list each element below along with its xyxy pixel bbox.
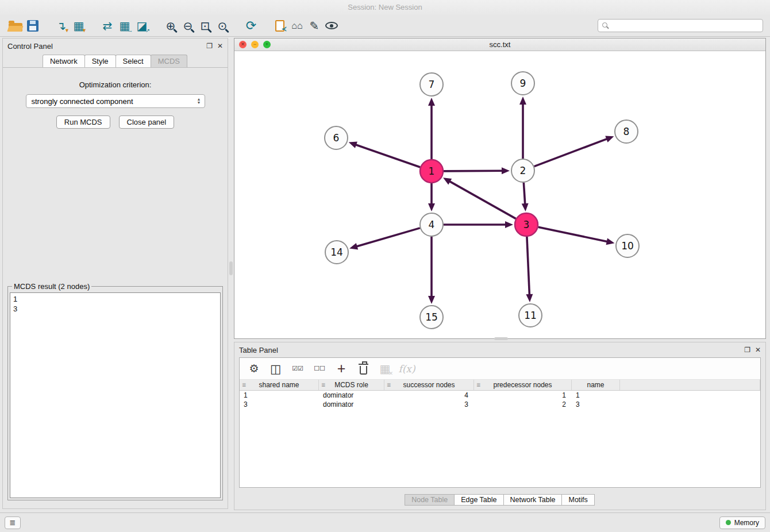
- column-header-name[interactable]: name: [572, 380, 620, 390]
- tab-network[interactable]: Network: [43, 55, 85, 67]
- tab-motifs[interactable]: Motifs: [561, 494, 594, 506]
- hide-panels-button[interactable]: ≣: [5, 516, 21, 529]
- cell-MCDS-role[interactable]: dominator: [319, 391, 384, 400]
- column-header-label: successor nodes: [403, 381, 455, 389]
- node-label-4: 4: [429, 219, 435, 230]
- cell-name[interactable]: 3: [572, 400, 620, 409]
- search-box: [598, 19, 763, 32]
- column-header-successor-nodes[interactable]: ≣successor nodes: [384, 380, 474, 390]
- save-icon[interactable]: [24, 18, 41, 34]
- arrowhead-4-14: [349, 243, 358, 250]
- network-window-titlebar[interactable]: ✕−+ scc.txt: [234, 38, 765, 51]
- control-panel-header: Control Panel ❐ ✕: [3, 38, 228, 53]
- tab-style[interactable]: Style: [84, 55, 116, 67]
- column-header-label: predecessor nodes: [493, 381, 552, 389]
- refresh-layout-icon[interactable]: ⟳: [242, 18, 260, 34]
- zoom-out-icon[interactable]: ⊖: [179, 18, 197, 34]
- close-panel-button[interactable]: Close panel: [119, 115, 175, 129]
- open-folder-icon[interactable]: [7, 18, 24, 34]
- vertical-divider-grip[interactable]: [229, 261, 233, 275]
- tab-select[interactable]: Select: [116, 55, 151, 67]
- import-table-icon[interactable]: ▦▼: [70, 18, 87, 34]
- column-header-filler: [620, 380, 760, 390]
- zoom-in-icon[interactable]: ⊕: [162, 18, 179, 34]
- arrowhead-2-9: [519, 97, 526, 105]
- cell-shared-name[interactable]: 1: [240, 391, 319, 400]
- network-share-icon[interactable]: ⇄: [99, 18, 116, 34]
- edge-1-2[interactable]: [444, 171, 503, 171]
- edge-3-10[interactable]: [538, 227, 608, 241]
- criterion-dropdown[interactable]: strongly connected component ▲▼: [26, 94, 205, 108]
- close-panel-icon[interactable]: ✕: [217, 43, 223, 49]
- create-column-icon[interactable]: +: [333, 361, 350, 377]
- style-brush-icon[interactable]: ✎: [306, 18, 323, 34]
- edge-3-1[interactable]: [449, 181, 515, 219]
- control-panel: Control Panel ❐ ✕ NetworkStyleSelectMCDS…: [2, 38, 228, 509]
- column-panel-icon[interactable]: ◫: [267, 361, 284, 377]
- cell-shared-name[interactable]: 3: [240, 400, 319, 409]
- table-panel: Table Panel ❐ ✕ ⚙◫☑☑☐☐+▦✕f(x) ≣shared na…: [234, 342, 766, 510]
- node-label-10: 10: [621, 240, 634, 252]
- close-table-panel-icon[interactable]: ✕: [755, 346, 761, 353]
- table-body: 1dominator4113dominator323: [240, 391, 760, 409]
- toolbar-icon-group: ↴▼▦▼⇄▦→◪↗⊕⊖⊡⊙⟳⌂⌂✎: [7, 18, 340, 34]
- function-builder-icon: f(x): [398, 361, 415, 377]
- edge-3-11[interactable]: [527, 237, 530, 295]
- table-panel-title: Table Panel: [239, 346, 278, 354]
- export-image-icon[interactable]: ◪↗: [133, 18, 151, 34]
- table-row[interactable]: 3dominator323: [240, 400, 760, 409]
- edge-2-8[interactable]: [534, 138, 608, 166]
- gear-icon[interactable]: ⚙: [245, 361, 263, 377]
- cell-name[interactable]: 1: [572, 391, 620, 400]
- network-window-title: scc.txt: [234, 40, 765, 49]
- edge-1-6[interactable]: [355, 145, 420, 168]
- zoom-fit-icon[interactable]: ⊡: [197, 18, 214, 34]
- mcds-result-legend: MCDS result (2 nodes): [12, 282, 91, 291]
- search-input[interactable]: [598, 19, 763, 32]
- cell-successor-nodes[interactable]: 3: [384, 400, 474, 409]
- tab-node-table[interactable]: Node Table: [405, 494, 455, 506]
- cell-successor-nodes[interactable]: 4: [384, 391, 474, 400]
- first-neighbors-icon[interactable]: ⌂⌂: [288, 18, 306, 34]
- status-bar: ≣ Memory: [0, 512, 770, 532]
- show-hide-icon[interactable]: [323, 18, 340, 34]
- arrowhead-4-3: [505, 221, 513, 228]
- arrowhead-1-7: [428, 98, 435, 106]
- table-row[interactable]: 1dominator411: [240, 391, 760, 400]
- arrowhead-1-4: [428, 203, 435, 211]
- horizontal-divider-grip[interactable]: [494, 337, 508, 340]
- memory-button[interactable]: Memory: [719, 516, 765, 529]
- float-panel-icon[interactable]: ❐: [206, 43, 213, 49]
- import-network-icon[interactable]: ↴▼: [53, 18, 70, 34]
- network-table-icon[interactable]: ▦→: [116, 18, 133, 34]
- unselect-all-columns-icon[interactable]: ☐☐: [311, 361, 328, 377]
- run-mcds-button[interactable]: Run MCDS: [56, 115, 110, 129]
- node-label-9: 9: [520, 78, 526, 89]
- column-header-predecessor-nodes[interactable]: ≣predecessor nodes: [474, 380, 572, 390]
- cell-MCDS-role[interactable]: dominator: [319, 400, 384, 409]
- edge-4-14[interactable]: [356, 228, 420, 246]
- zoom-selected-icon[interactable]: ⊙: [214, 18, 231, 34]
- node-label-14: 14: [330, 246, 343, 258]
- network-graph-canvas[interactable]: 7968124314101511: [234, 51, 765, 338]
- arrowhead-3-11: [526, 294, 533, 302]
- column-header-MCDS-role[interactable]: ≣MCDS role: [319, 380, 384, 390]
- cell-predecessor-nodes[interactable]: 2: [474, 400, 572, 409]
- column-header-label: name: [587, 381, 604, 389]
- dropdown-stepper-icon: ▲▼: [197, 98, 201, 105]
- table-panel-header: Table Panel ❐ ✕: [234, 342, 765, 357]
- copy-document-icon[interactable]: [271, 18, 288, 34]
- delete-column-icon[interactable]: [355, 361, 372, 377]
- column-header-shared-name[interactable]: ≣shared name: [240, 380, 319, 390]
- cell-predecessor-nodes[interactable]: 1: [474, 391, 572, 400]
- tab-network-table[interactable]: Network Table: [503, 494, 563, 506]
- tab-mcds[interactable]: MCDS: [151, 55, 187, 67]
- node-label-3: 3: [523, 219, 530, 230]
- float-table-panel-icon[interactable]: ❐: [744, 346, 750, 353]
- application-window: Session: New Session ↴▼▦▼⇄▦→◪↗⊕⊖⊡⊙⟳⌂⌂✎ C…: [0, 0, 770, 532]
- tab-edge-table[interactable]: Edge Table: [454, 494, 503, 506]
- select-all-columns-icon[interactable]: ☑☑: [289, 361, 306, 377]
- column-group-icon: ≣: [242, 382, 247, 388]
- mcds-result-text[interactable]: 1 3: [10, 292, 221, 498]
- edge-2-3[interactable]: [523, 183, 525, 205]
